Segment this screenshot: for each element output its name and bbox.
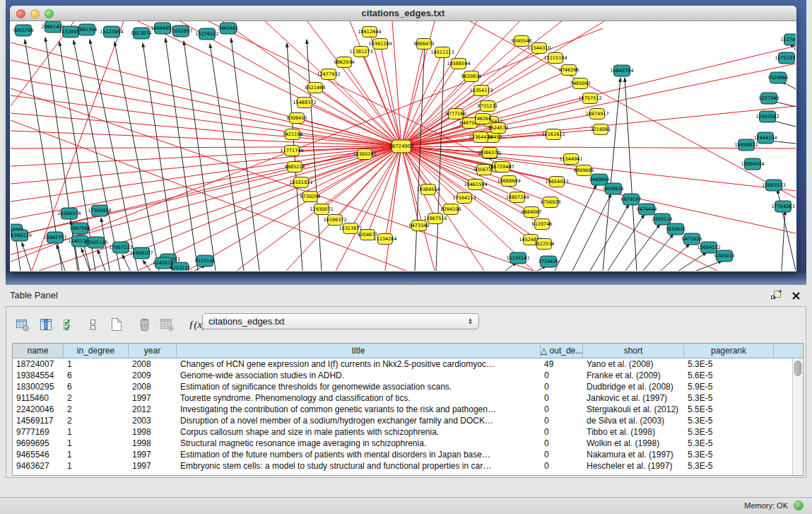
graph-node[interactable]: 9684067 — [522, 207, 542, 218]
graph-node[interactable]: 9746266 — [559, 65, 579, 76]
window-titlebar[interactable]: citations_edges.txt — [10, 6, 796, 21]
network-canvas[interactable]: 1039120911381273986293412477932852146815… — [11, 21, 796, 271]
graph-node[interactable]: 8639834 — [461, 71, 482, 82]
table-row[interactable]: 911546021997Tourette syndrome. Phenomeno… — [13, 392, 792, 404]
graph-node[interactable]: 6879197 — [621, 194, 642, 205]
graph-node[interactable]: 9777169 — [446, 109, 466, 119]
graph-node[interactable]: 10552857 — [169, 25, 192, 37]
graph-node[interactable]: 9329966 — [768, 72, 789, 83]
graph-node[interactable]: 16101821 — [289, 177, 312, 188]
table-select-dropdown[interactable]: citations_edges.txt ▲▼ — [202, 313, 479, 329]
graph-node[interactable]: 12215104 — [543, 53, 567, 64]
graph-node[interactable]: 13004504 — [741, 158, 764, 170]
graph-node[interactable]: 9245033 — [714, 250, 735, 262]
graph-node[interactable]: 14511213 — [430, 47, 454, 58]
graph-node[interactable]: 17359928 — [88, 205, 111, 216]
network-graph-svg[interactable]: 1039120911381273986293412477932852146815… — [11, 21, 796, 271]
graph-node[interactable]: 9055784 — [13, 25, 34, 36]
column-header-year[interactable]: year — [129, 344, 177, 358]
table-row[interactable]: 977716911998Corpus callosum shape and si… — [13, 426, 792, 438]
column-header-name[interactable]: name — [13, 344, 64, 358]
graph-node[interactable]: 11381273 — [349, 47, 372, 57]
table-row[interactable]: 946362711997Embryonic stem cells: a mode… — [13, 460, 792, 472]
graph-node[interactable]: 9133141 — [195, 255, 216, 267]
graph-node[interactable]: 6120746 — [532, 219, 553, 230]
graph-node[interactable]: 12161612 — [541, 129, 565, 140]
graph-node[interactable]: 7421184 — [283, 129, 303, 140]
column-header-out_de[interactable]: △ out_de... — [541, 344, 583, 358]
float-window-icon[interactable] — [770, 289, 782, 303]
graph-node[interactable]: 15123454 — [100, 26, 123, 37]
column-header-title[interactable]: title — [177, 344, 541, 358]
column-header-in_degree[interactable]: in_degree — [64, 344, 129, 358]
graph-node[interactable]: 10588594 — [447, 59, 470, 69]
graph-node[interactable]: 13942757 — [43, 232, 66, 243]
close-icon[interactable] — [792, 291, 801, 303]
graph-node[interactable]: 17704003 — [771, 201, 794, 212]
graph-node[interactable]: 8521468 — [305, 83, 326, 93]
graph-node[interactable]: 10674917 — [585, 109, 608, 119]
column-header-pagerank[interactable]: pagerank — [684, 344, 774, 358]
graph-node[interactable]: 10003533 — [762, 180, 785, 191]
graph-node[interactable]: 2522534 — [534, 239, 555, 250]
new-table-icon[interactable] — [105, 314, 126, 335]
table-row[interactable]: 1456911722003Disruption of a novel membe… — [13, 415, 792, 426]
table-row[interactable]: 969969511998Structural magnetic resonanc… — [13, 438, 792, 449]
graph-node[interactable]: 16648784 — [610, 65, 633, 76]
graph-node[interactable]: 17594213 — [452, 193, 476, 204]
graph-node[interactable]: 9731231 — [478, 101, 498, 112]
graph-node[interactable]: 3216061 — [591, 124, 611, 135]
graph-node[interactable]: 11174529 — [780, 34, 796, 45]
graph-node[interactable]: 7386372 — [480, 148, 500, 158]
delete-entries-icon[interactable] — [134, 314, 155, 335]
show-columns-icon[interactable] — [35, 314, 57, 335]
graph-node[interactable]: 9474444 — [637, 204, 657, 215]
graph-node[interactable]: 9473340 — [409, 221, 430, 231]
graph-node[interactable]: 20206576 — [57, 208, 81, 219]
table-row[interactable]: 2242004622012Investigating the contribut… — [13, 404, 792, 415]
graph-node[interactable]: 3624574 — [488, 123, 509, 134]
delete-table-icon[interactable] — [157, 314, 178, 335]
graph-node[interactable]: 8471626 — [682, 233, 702, 245]
graph-node[interactable]: 9899695 — [574, 165, 594, 176]
table-settings-icon[interactable] — [12, 314, 33, 335]
row-height-icon[interactable] — [82, 314, 103, 335]
graph-node[interactable]: 9097588 — [70, 223, 90, 234]
graph-node[interactable]: 12477932 — [317, 69, 340, 80]
graph-node[interactable]: 15751074 — [775, 52, 796, 64]
graph-node[interactable]: 15276022 — [195, 28, 218, 40]
graph-node[interactable]: 6253217 — [170, 262, 191, 271]
graph-node[interactable]: 9885214 — [285, 162, 305, 173]
network-view-window[interactable]: citations_edges.txt 10391209113812739862… — [10, 6, 796, 271]
graph-node[interactable]: 9806473 — [414, 39, 435, 49]
graph-node[interactable]: 8730294 — [300, 192, 321, 202]
graph-node[interactable]: 10688609 — [497, 176, 520, 187]
graph-node[interactable]: 7465461 — [218, 23, 239, 34]
graph-node[interactable]: 11568129 — [11, 230, 32, 241]
graph-node[interactable]: 8294106 — [441, 204, 461, 215]
graph-node[interactable]: 7632621 — [666, 223, 686, 235]
graph-node[interactable]: 9227349 — [759, 93, 779, 104]
graph-node[interactable]: 18757512 — [578, 93, 601, 104]
graph-node[interactable]: 13354173 — [469, 86, 493, 96]
graph-node[interactable]: 11544941 — [559, 154, 582, 165]
graph-node[interactable]: 15958831 — [734, 139, 758, 151]
column-header-short[interactable]: short — [583, 344, 684, 358]
graph-node[interactable]: 9756928 — [541, 197, 561, 208]
graph-node[interactable]: 3881304 — [77, 24, 98, 35]
table-scrollbar-thumb[interactable] — [794, 361, 801, 376]
graph-node[interactable]: 16958107 — [129, 247, 153, 259]
graph-node[interactable]: 11544310 — [527, 43, 551, 54]
graph-node[interactable]: 19654923 — [545, 177, 568, 187]
graph-node[interactable]: 8938924 — [604, 183, 624, 194]
graph-node[interactable]: 746266 — [474, 114, 492, 124]
graph-node[interactable]: 8813074 — [131, 28, 152, 39]
graph-node[interactable]: 7485093 — [570, 78, 591, 89]
table-row[interactable]: 1938455462009Genome-wide association stu… — [13, 370, 792, 381]
graph-node[interactable]: 1733426 — [539, 256, 559, 267]
table-row[interactable]: 1830029562008Estimation of significance … — [13, 381, 792, 392]
graph-node[interactable]: 2935114 — [652, 214, 673, 225]
graph-node[interactable]: 10196372 — [323, 215, 346, 226]
table-row[interactable]: 1872400712008Changes of HCN gene express… — [13, 358, 792, 370]
graph-node[interactable]: 12093582 — [755, 111, 779, 122]
